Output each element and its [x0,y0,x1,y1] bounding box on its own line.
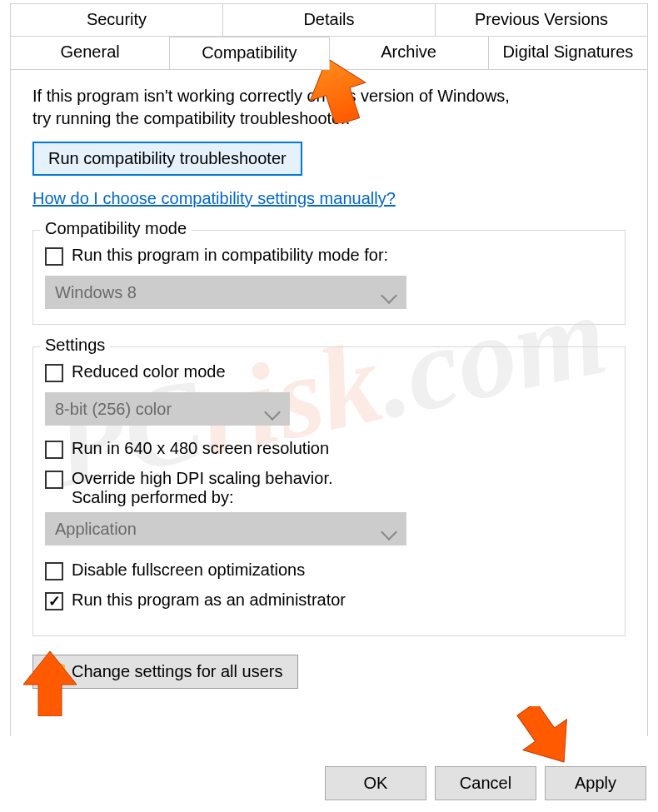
ok-button[interactable]: OK [325,766,426,800]
shield-icon [48,662,65,680]
run-troubleshooter-button[interactable]: Run compatibility troubleshooter [32,142,302,176]
tab-details[interactable]: Details [223,3,436,37]
checkbox-compat-mode[interactable] [45,247,63,266]
tab-strip: Security Details Previous Versions Gener… [0,0,658,70]
cancel-button[interactable]: Cancel [435,766,536,800]
combo-windows-version-value: Windows 8 [55,283,137,302]
label-disable-fullscreen: Disable fullscreen optimizations [72,560,305,580]
tab-previous-versions[interactable]: Previous Versions [436,3,648,37]
group-compatibility-legend: Compatibility mode [40,219,192,238]
label-compat-mode: Run this program in compatibility mode f… [72,246,388,265]
tab-digital-signatures[interactable]: Digital Signatures [489,37,648,70]
checkbox-low-res[interactable] [45,441,63,459]
label-low-res: Run in 640 x 480 screen resolution [72,439,329,458]
tab-general[interactable]: General [10,37,170,70]
intro-line1: If this program isn't working correctly … [32,87,510,105]
checkbox-run-as-admin[interactable] [45,592,63,610]
chevron-down-icon [264,404,281,421]
properties-dialog: PCrisk.com Security Details Previous Ver… [0,0,658,812]
chevron-down-icon [381,524,397,541]
tab-security[interactable]: Security [10,3,223,37]
group-settings: Settings Reduced color mode 8-bit (256) … [32,346,626,636]
combo-color-depth[interactable]: 8-bit (256) color [45,392,290,426]
combo-dpi-scaling[interactable]: Application [45,512,406,545]
label-run-as-admin: Run this program as an administrator [72,590,346,610]
intro-line2: try running the compatibility troublesho… [32,109,350,127]
dpi-line2: Scaling performed by: [72,488,234,506]
dpi-line1: Override high DPI scaling behavior. [72,469,333,487]
label-dpi-override: Override high DPI scaling behavior. Scal… [72,469,333,507]
label-reduced-color: Reduced color mode [72,362,226,381]
group-compatibility-mode: Compatibility mode Run this program in c… [32,230,626,325]
dialog-footer: OK Cancel Apply [325,766,646,800]
tab-compatibility[interactable]: Compatibility [170,37,329,70]
checkbox-reduced-color[interactable] [45,364,63,382]
change-all-users-label: Change settings for all users [72,662,282,680]
group-settings-legend: Settings [40,336,110,355]
apply-button[interactable]: Apply [545,766,646,800]
tab-archive[interactable]: Archive [330,37,489,70]
intro-text: If this program isn't working correctly … [32,85,626,130]
combo-windows-version[interactable]: Windows 8 [45,276,406,309]
checkbox-dpi-override[interactable] [45,471,63,489]
chevron-down-icon [381,287,397,304]
change-settings-all-users-button[interactable]: Change settings for all users [32,655,298,689]
help-link[interactable]: How do I choose compatibility settings m… [32,189,396,208]
checkbox-disable-fullscreen[interactable] [45,562,63,580]
combo-dpi-scaling-value: Application [55,520,137,539]
compatibility-page: If this program isn't working correctly … [10,70,648,736]
combo-color-depth-value: 8-bit (256) color [55,400,172,419]
